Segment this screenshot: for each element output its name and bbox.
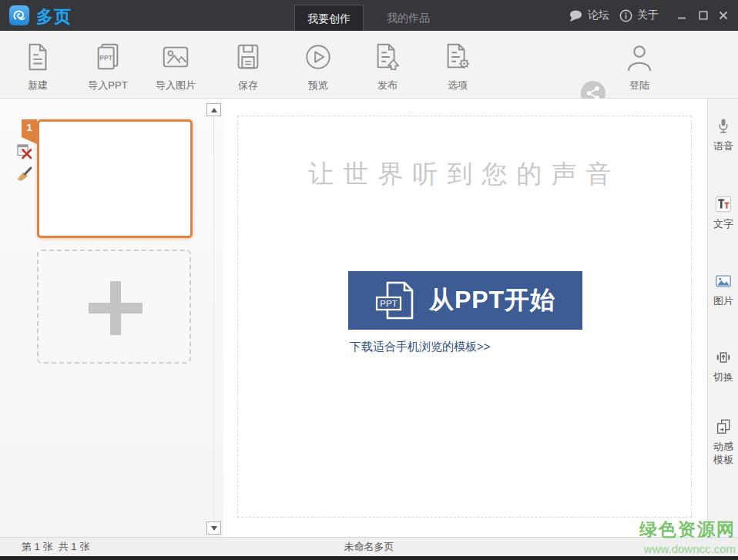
image-icon: [715, 273, 732, 290]
new-document-icon: [22, 42, 53, 72]
forum-button[interactable]: 论坛: [569, 0, 609, 31]
main-area: 1: [0, 99, 738, 537]
ppt-glyph-text: PPT: [99, 54, 112, 62]
text-icon: [715, 196, 732, 213]
sidebar-text-tool[interactable]: 文字: [708, 196, 738, 230]
slide-panel-scrollbar[interactable]: [213, 117, 214, 521]
close-button[interactable]: [718, 10, 729, 21]
titlebar: 多页 我要创作 我的作品 论坛 关于: [0, 0, 738, 31]
publish-button[interactable]: 发布: [355, 31, 420, 99]
microphone-icon: [715, 118, 732, 135]
import-ppt-icon: PPT: [92, 42, 123, 72]
maximize-button[interactable]: [698, 10, 709, 21]
sidebar-transition-tool[interactable]: 切换: [708, 349, 738, 384]
options-icon: [442, 42, 473, 72]
new-button[interactable]: 新建: [5, 31, 70, 99]
canvas-slogan: 让世界听到您的声音: [238, 157, 691, 192]
motion-template-label: 动感模板: [712, 440, 735, 466]
start-button-label: 从PPT开始: [429, 283, 555, 317]
user-icon: [626, 44, 653, 73]
slide-canvas[interactable]: 让世界听到您的声音 PPT 从PPT开始 下载适合手机浏览的模板>>: [237, 116, 692, 518]
import-image-label: 导入图片: [143, 79, 208, 92]
tab-create[interactable]: 我要创作: [294, 5, 364, 31]
triangle-up-icon: [211, 108, 217, 112]
text-label: 文字: [712, 217, 735, 230]
import-ppt-button[interactable]: PPT 导入PPT: [75, 31, 140, 99]
toolbar: 新建 PPT 导入PPT 导入图片: [0, 31, 738, 99]
plus-icon: [110, 281, 121, 335]
publish-label: 发布: [355, 79, 420, 92]
preview-icon: [303, 42, 334, 72]
login-label: 登陆: [621, 79, 658, 92]
info-icon: [619, 9, 632, 22]
ppt-document-icon: PPT: [375, 278, 418, 323]
sidebar-image-tool[interactable]: 图片: [708, 273, 738, 307]
voice-label: 语音: [712, 139, 735, 153]
document-name: 未命名多页: [0, 538, 738, 556]
scroll-up-button[interactable]: [206, 103, 221, 116]
about-button[interactable]: 关于: [619, 0, 659, 31]
minimize-button[interactable]: [676, 10, 687, 21]
triangle-down-icon: [211, 526, 217, 531]
import-ppt-label: 导入PPT: [75, 79, 140, 92]
preview-label: 预览: [286, 79, 351, 92]
speech-bubble-icon: [569, 9, 583, 22]
motion-template-icon: [715, 418, 732, 435]
import-image-icon: [160, 42, 191, 72]
statusbar: 第 1 张 共 1 张 未命名多页: [0, 537, 738, 556]
start-from-ppt-button[interactable]: PPT 从PPT开始: [348, 271, 582, 330]
add-slide-button[interactable]: [37, 250, 191, 364]
publish-icon: [372, 42, 403, 72]
options-button[interactable]: 选项: [425, 31, 490, 99]
import-image-button[interactable]: 导入图片: [143, 31, 208, 99]
save-icon: [233, 42, 263, 72]
sidebar-voice-tool[interactable]: 语音: [708, 118, 738, 153]
tab-my-works[interactable]: 我的作品: [374, 5, 443, 31]
tool-sidebar: 语音 文字: [707, 99, 738, 537]
button-ppt-glyph-text: PPT: [380, 299, 397, 308]
transition-label: 切换: [712, 371, 735, 384]
forum-label: 论坛: [588, 8, 609, 22]
delete-slide-icon[interactable]: [16, 143, 32, 159]
preview-button[interactable]: 预览: [286, 31, 351, 99]
app-title: 多页: [36, 5, 72, 29]
app-logo-icon: [9, 5, 29, 25]
transition-icon: [715, 349, 732, 366]
options-label: 选项: [425, 79, 490, 92]
login-button[interactable]: 登陆: [621, 31, 658, 99]
slide-thumbnail[interactable]: [37, 119, 193, 238]
slide-panel: 1: [0, 99, 223, 537]
about-label: 关于: [637, 8, 659, 22]
brush-icon[interactable]: [16, 165, 32, 181]
bottom-strip: [0, 556, 738, 560]
new-label: 新建: [5, 79, 70, 92]
save-button[interactable]: 保存: [216, 31, 280, 99]
app-window: 多页 我要创作 我的作品 论坛 关于: [0, 0, 738, 560]
save-label: 保存: [216, 79, 280, 92]
scroll-down-button[interactable]: [206, 521, 221, 535]
slide-number-badge: 1: [22, 119, 37, 144]
template-download-link[interactable]: 下载适合手机浏览的模板>>: [350, 340, 491, 354]
image-label: 图片: [712, 294, 735, 307]
sidebar-motion-template-tool[interactable]: 动感模板: [708, 418, 738, 466]
